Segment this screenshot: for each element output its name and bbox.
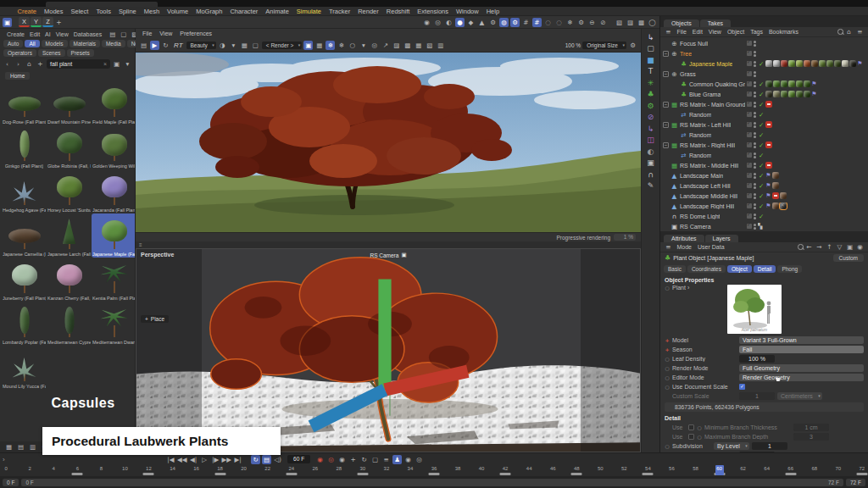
object-row[interactable]: −⊕Grass (660, 69, 868, 79)
search-icon[interactable] (798, 244, 804, 250)
objects-menu-item[interactable]: View (705, 29, 724, 35)
browser-menu-item[interactable]: View (53, 31, 71, 37)
material-tag[interactable] (796, 60, 803, 67)
plant-item[interactable]: Japanese Larch (Fall, Pl... (47, 214, 92, 258)
pixel-grid-icon[interactable]: ▦ (240, 41, 249, 50)
anim-dot-icon[interactable]: + (665, 337, 670, 343)
redshift-object-tag-icon[interactable] (765, 101, 772, 108)
use-checkbox[interactable] (688, 424, 694, 430)
phong-tag-icon[interactable]: ⚑ (811, 80, 816, 87)
forward-icon[interactable]: → (815, 242, 824, 252)
material-tag[interactable] (772, 182, 779, 189)
copy-icon[interactable]: ▥ (436, 41, 445, 50)
anim-dot-icon[interactable]: ○ (665, 356, 670, 362)
anim-dot-icon[interactable]: ○ (665, 384, 670, 390)
plant-preview-thumbnail[interactable]: Acer palmatum (727, 285, 782, 334)
browser-tab[interactable]: Operators (3, 49, 36, 57)
menu-item[interactable]: Window (453, 8, 483, 15)
menu-item[interactable]: Tracker (326, 8, 354, 15)
object-row[interactable]: ▦RS Matrix - Middle Hill✓ (660, 160, 868, 170)
plant-item[interactable]: Japanese Camellia (Fal... (2, 214, 47, 258)
cloth-icon[interactable]: ◐ (444, 18, 453, 27)
dim-circle2-icon[interactable]: ◌ (554, 18, 564, 27)
panel-tab[interactable]: Objects (664, 19, 699, 27)
anim-dot-icon[interactable]: ○ (697, 434, 702, 440)
plant-item[interactable]: Kentia Palm (Fall Plant) (92, 258, 135, 302)
custom-button[interactable]: Custom (833, 254, 864, 262)
material-tag[interactable] (819, 60, 826, 67)
checkbox[interactable]: ✓ (739, 384, 745, 390)
menu-item[interactable]: Animate (262, 8, 293, 15)
dim-circle-icon[interactable]: ◌ (543, 18, 553, 27)
place-tool-label[interactable]: + Place (141, 315, 169, 323)
phong-tag-icon[interactable]: ⚑ (765, 192, 771, 199)
deformer-icon[interactable]: ⊘ (646, 113, 655, 122)
prev-key-button[interactable]: ◀◀ (177, 455, 187, 464)
next-key-button[interactable]: ▶▶ (222, 455, 232, 464)
browser-tab[interactable]: Auto (3, 40, 23, 47)
expand-toggle-icon[interactable]: − (663, 142, 669, 148)
browser-tab[interactable]: Media (102, 40, 125, 47)
material-tag[interactable] (796, 80, 803, 87)
value-field[interactable]: 1 (739, 392, 775, 400)
material-tag[interactable] (796, 91, 803, 97)
visibility-dots[interactable] (754, 183, 756, 189)
visibility-dots[interactable] (754, 224, 756, 230)
jump-start-button[interactable]: |◀ (166, 455, 175, 464)
visibility-dots[interactable] (754, 122, 756, 128)
save-image-icon[interactable]: ▤ (139, 41, 148, 50)
axis-mod-icon[interactable]: ↳ (646, 124, 655, 133)
rt-label[interactable]: RT (172, 42, 185, 49)
plant-item[interactable]: Golden Weeping Willo... (92, 125, 135, 169)
hamburger-icon[interactable]: ≡ (664, 242, 673, 252)
enable-checkbox[interactable] (747, 71, 752, 76)
character-pose-icon[interactable]: ▲ (477, 18, 487, 27)
render-view-menu-item[interactable]: View (156, 30, 175, 36)
magnet-icon[interactable]: ◍ (499, 18, 509, 27)
visibility-dots[interactable] (754, 152, 756, 158)
objects-menu-item[interactable]: File (674, 29, 689, 35)
thumbnail-view-icon[interactable]: ▤ (108, 30, 117, 39)
material-tag[interactable] (781, 60, 787, 67)
symmetry-icon[interactable]: ◫ (646, 136, 655, 145)
expand-toggle-icon[interactable]: − (663, 51, 669, 57)
phong-tag-icon[interactable]: ⚑ (765, 182, 771, 189)
pen-icon[interactable]: ✎ (646, 181, 655, 191)
fit-icon[interactable]: ↗ (381, 41, 390, 50)
render-picture-viewer-icon[interactable]: ▨ (626, 18, 635, 27)
lock-icon[interactable]: ▣ (845, 242, 854, 252)
enable-checkbox[interactable] (747, 163, 752, 168)
snow-gear-icon[interactable]: ⚙ (576, 18, 586, 27)
start-render-icon[interactable]: ▶ (150, 41, 159, 50)
material-tag[interactable] (773, 60, 780, 67)
plant-item[interactable]: Jacaranda (Fall Plant) (92, 169, 135, 214)
menu-item[interactable]: Render (354, 8, 383, 15)
range-start-field[interactable]: 0 F (3, 479, 19, 486)
camera-toggle-icon[interactable]: ▚ (758, 223, 762, 230)
live-selection-icon[interactable]: ▣ (3, 18, 12, 27)
key-rotation-icon[interactable]: ↻ (359, 455, 369, 464)
crop-icon[interactable]: ▢ (251, 41, 260, 50)
panel-tab[interactable]: Layers (705, 235, 738, 242)
visibility-dots[interactable] (754, 214, 756, 219)
plant-item[interactable]: Mediterranean Cypres... (47, 302, 92, 346)
clear-search-icon[interactable]: × (103, 61, 107, 67)
material-tag[interactable] (842, 60, 849, 67)
plant-item[interactable]: Lombardy Poplar (Fall... (2, 302, 47, 346)
object-row[interactable]: ⇄Random✓ (660, 150, 868, 160)
pla-icon[interactable]: ◉ (403, 455, 413, 464)
material-tag[interactable] (804, 80, 810, 87)
text-tool-icon[interactable]: T (646, 67, 655, 76)
ab-compare-icon[interactable]: ◑ (218, 41, 227, 50)
enable-checkbox[interactable] (747, 183, 752, 188)
prev-frame-button[interactable]: ◀| (189, 455, 198, 464)
material-tag[interactable] (804, 60, 810, 67)
render-camera-select[interactable]: < Render > (262, 42, 303, 49)
menu-item[interactable]: Modes (41, 8, 68, 15)
snapshot-icon[interactable]: ▩ (403, 41, 412, 50)
attribute-tab[interactable]: Coordinates (687, 265, 726, 273)
plant-item[interactable]: Hedgehog Agave (Fall... (2, 169, 47, 214)
filter-icon[interactable]: ≡ (855, 27, 865, 36)
material-tag[interactable] (772, 202, 779, 209)
visibility-dots[interactable] (754, 51, 756, 57)
